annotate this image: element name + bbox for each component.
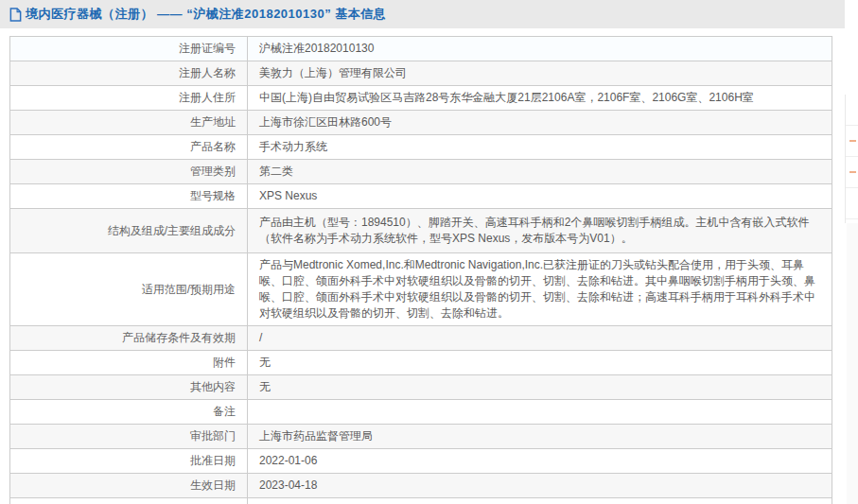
row-label: 产品储存条件及有效期 [10, 326, 248, 351]
table-row: 生效日期2023-04-18 [10, 474, 832, 498]
row-value: 第二类 [248, 160, 832, 184]
background-text-fragment [849, 171, 856, 173]
row-label: 注册人名称 [10, 61, 248, 86]
page-title: 境内医疗器械（注册） —— “沪械注准20182010130” 基本信息 [26, 6, 386, 23]
table-row: 其他内容无 [10, 375, 832, 400]
background-text-fragment [849, 140, 856, 142]
table-row: 生产地址上海市徐汇区田林路600号 [10, 111, 832, 135]
row-value: 无 [248, 375, 832, 400]
background-row [846, 95, 858, 126]
row-value: 2023-04-18 [248, 474, 832, 498]
table-row: 有效期至2028-04-17 [10, 498, 832, 504]
row-label: 有效期至 [10, 498, 248, 504]
row-value: 无 [248, 351, 832, 375]
table-row: 审批部门上海市药品监督管理局 [10, 425, 832, 449]
row-label: 结构及组成/主要组成成分 [10, 209, 248, 253]
table-row: 备注 [10, 400, 832, 425]
row-label: 生产地址 [10, 111, 248, 135]
table-row: 结构及组成/主要组成成分产品由主机（型号：1894510）、脚踏开关、高速耳科手… [10, 209, 832, 253]
table-row: 产品名称手术动力系统 [10, 135, 832, 160]
row-label: 备注 [10, 400, 248, 425]
row-value: 2028-04-17 [248, 498, 832, 504]
title-bar: 境内医疗器械（注册） —— “沪械注准20182010130” 基本信息 [0, 0, 845, 28]
background-row [846, 157, 858, 188]
row-label: 注册人住所 [10, 86, 248, 111]
background-row [846, 126, 858, 157]
table-row: 注册人住所中国(上海)自由贸易试验区马吉路28号东华金融大厦21层2106A室，… [10, 86, 832, 111]
row-value: / [248, 326, 832, 351]
table-row: 管理类别第二类 [10, 160, 832, 184]
row-label: 附件 [10, 351, 248, 375]
row-value: 上海市药品监督管理局 [248, 425, 832, 449]
row-value: 手术动力系统 [248, 135, 832, 160]
row-value: 2022-01-06 [248, 449, 832, 474]
row-label: 产品名称 [10, 135, 248, 160]
table-body: 注册证编号沪械注准20182010130注册人名称美敦力（上海）管理有限公司注册… [10, 37, 832, 504]
row-value: 沪械注准20182010130 [248, 37, 832, 61]
row-label: 适用范围/预期用途 [10, 253, 248, 326]
row-label: 其他内容 [10, 375, 248, 400]
table-row: 适用范围/预期用途产品与Medtronic Xomed,Inc.和Medtron… [10, 253, 832, 326]
background-window-fragment [845, 95, 858, 223]
row-value: 中国(上海)自由贸易试验区马吉路28号东华金融大厦21层2106A室，2106F… [248, 86, 832, 111]
row-value: 产品与Medtronic Xomed,Inc.和Medtronic Naviga… [248, 253, 832, 326]
row-value [248, 400, 832, 425]
row-label: 管理类别 [10, 160, 248, 184]
row-value: 美敦力（上海）管理有限公司 [248, 61, 832, 86]
row-label: 生效日期 [10, 474, 248, 498]
table-row: 注册人名称美敦力（上海）管理有限公司 [10, 61, 832, 86]
row-label: 型号规格 [10, 184, 248, 209]
row-label: 批准日期 [10, 449, 248, 474]
table-row: 型号规格XPS Nexus [10, 184, 832, 209]
table-row: 产品储存条件及有效期/ [10, 326, 832, 351]
background-panel-fragment [847, 223, 858, 504]
row-value: XPS Nexus [248, 184, 832, 209]
row-label: 审批部门 [10, 425, 248, 449]
row-value: 产品由主机（型号：1894510）、脚踏开关、高速耳科手柄和2个鼻咽喉切割手柄组… [248, 209, 832, 253]
row-value: 上海市徐汇区田林路600号 [248, 111, 832, 135]
document-icon [9, 8, 22, 22]
table-row: 附件无 [10, 351, 832, 375]
table-row: 注册证编号沪械注准20182010130 [10, 37, 832, 61]
row-label: 注册证编号 [10, 37, 248, 61]
table-row: 批准日期2022-01-06 [10, 449, 832, 474]
registration-info-table: 注册证编号沪械注准20182010130注册人名称美敦力（上海）管理有限公司注册… [9, 36, 832, 504]
background-row [846, 188, 858, 219]
